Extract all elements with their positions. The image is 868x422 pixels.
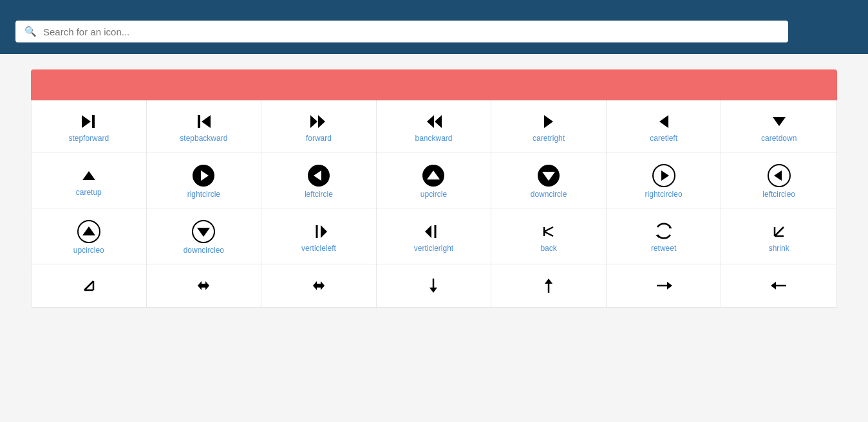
- icon-label: upcircleo: [73, 246, 104, 255]
- icon-label: back: [540, 244, 556, 253]
- svg-marker-49: [771, 282, 776, 289]
- icon-label: leftcircle: [305, 190, 333, 199]
- search-bar: 🔍: [15, 21, 788, 42]
- icon-cell[interactable]: leftcircleo: [721, 152, 836, 208]
- svg-marker-10: [773, 117, 786, 126]
- icon-cell[interactable]: caretup: [32, 152, 147, 208]
- icon-cell[interactable]: upcircle: [377, 152, 492, 208]
- icon-symbol: [424, 222, 443, 244]
- svg-marker-4: [310, 115, 317, 128]
- icon-cell[interactable]: stepbackward: [147, 100, 262, 152]
- icon-label: stepforward: [68, 134, 109, 143]
- icon-label: verticleright: [414, 244, 453, 253]
- icon-symbol: [539, 112, 558, 134]
- svg-marker-47: [667, 282, 672, 289]
- icon-cell[interactable]: [607, 264, 722, 307]
- icon-symbol: [654, 112, 674, 134]
- icon-symbol: [192, 220, 215, 246]
- svg-line-37: [84, 281, 93, 290]
- svg-marker-6: [435, 115, 442, 128]
- svg-marker-30: [425, 225, 431, 238]
- icon-cell[interactable]: caretright: [491, 100, 607, 152]
- icon-cell[interactable]: [147, 264, 262, 307]
- icon-cell[interactable]: [721, 264, 836, 307]
- icon-label: caretdown: [761, 134, 797, 143]
- svg-marker-23: [774, 170, 782, 181]
- icon-symbol: [77, 220, 100, 246]
- icon-symbol: [541, 276, 556, 298]
- svg-marker-33: [656, 235, 659, 238]
- icon-cell[interactable]: [377, 264, 492, 307]
- icon-symbol: [79, 166, 99, 188]
- icon-label: caretright: [533, 134, 565, 143]
- icon-cell[interactable]: downcircle: [491, 152, 607, 208]
- icon-symbol: [309, 222, 328, 244]
- icon-label: shrink: [769, 244, 789, 253]
- svg-marker-21: [661, 170, 669, 181]
- icon-symbol: [768, 164, 791, 190]
- icon-symbol: [79, 112, 99, 134]
- icon-label: caretleft: [650, 134, 677, 143]
- svg-marker-9: [659, 115, 668, 128]
- svg-marker-28: [321, 225, 327, 238]
- icon-symbol: [192, 164, 215, 190]
- icon-cell[interactable]: [261, 264, 377, 307]
- icon-cell[interactable]: verticleright: [377, 208, 492, 264]
- icon-cell[interactable]: forward: [261, 100, 377, 152]
- icon-symbol: [654, 222, 674, 244]
- svg-marker-5: [318, 115, 325, 128]
- icon-symbol: [79, 276, 99, 298]
- svg-rect-1: [92, 115, 95, 128]
- svg-marker-8: [544, 115, 553, 128]
- icon-symbol: [652, 164, 675, 190]
- icon-cell[interactable]: stepforward: [32, 100, 147, 152]
- icon-symbol: [194, 276, 213, 298]
- icon-label: rightcircle: [187, 190, 220, 199]
- icon-cell[interactable]: downcircleo: [147, 208, 262, 264]
- icon-cell[interactable]: retweet: [607, 208, 722, 264]
- icon-cell[interactable]: back: [491, 208, 607, 264]
- icon-symbol: [426, 276, 441, 298]
- search-icon: 🔍: [24, 26, 37, 37]
- icon-label: caretup: [76, 188, 102, 197]
- icon-cell[interactable]: banckward: [377, 100, 492, 152]
- icon-label: rightcircleo: [645, 190, 683, 199]
- icon-cell[interactable]: [32, 264, 147, 307]
- icon-label: leftcircleo: [762, 190, 795, 199]
- icon-symbol: [769, 278, 789, 296]
- icon-cell[interactable]: rightcircleo: [607, 152, 722, 208]
- svg-marker-0: [82, 115, 91, 128]
- icon-label: banckward: [415, 134, 452, 143]
- icon-cell[interactable]: rightcircle: [147, 152, 262, 208]
- svg-marker-41: [313, 281, 325, 290]
- svg-marker-43: [429, 288, 437, 293]
- icon-cell[interactable]: [491, 264, 607, 307]
- search-input[interactable]: [43, 26, 779, 37]
- icon-cell[interactable]: caretdown: [721, 100, 836, 152]
- icon-symbol: [309, 112, 328, 134]
- icon-grid: stepforwardstepbackwardforwardbanckwardc…: [31, 100, 837, 308]
- main-content: stepforwardstepbackwardforwardbanckwardc…: [15, 54, 853, 324]
- icon-label: forward: [306, 134, 332, 143]
- icon-symbol: [769, 222, 789, 244]
- icon-cell[interactable]: shrink: [721, 208, 836, 264]
- svg-marker-7: [427, 115, 434, 128]
- svg-marker-40: [198, 281, 209, 290]
- icon-label: downcircle: [531, 190, 567, 199]
- icon-symbol: [539, 222, 558, 244]
- icon-cell[interactable]: leftcircle: [261, 152, 377, 208]
- svg-marker-32: [669, 225, 672, 228]
- svg-marker-11: [82, 171, 95, 180]
- icon-symbol: [307, 164, 330, 190]
- section-header: [31, 69, 837, 100]
- icon-label: stepbackward: [180, 134, 227, 143]
- icon-symbol: [424, 112, 443, 134]
- icon-label: retweet: [651, 244, 676, 253]
- svg-marker-27: [197, 228, 210, 237]
- icon-symbol: [309, 276, 328, 298]
- icon-cell[interactable]: upcircleo: [32, 208, 147, 264]
- icon-cell[interactable]: verticleleft: [261, 208, 377, 264]
- icon-cell[interactable]: caretleft: [607, 100, 722, 152]
- icon-symbol: [769, 112, 789, 134]
- icon-label: downcircleo: [184, 246, 224, 255]
